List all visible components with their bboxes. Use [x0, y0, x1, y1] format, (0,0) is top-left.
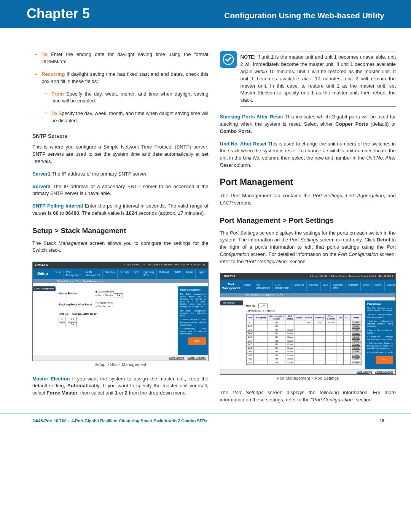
mock2-cancel-button[interactable]: Cancel Changes: [375, 371, 393, 373]
detail-button[interactable]: Detail: [352, 324, 360, 328]
mock2-unitno-select[interactable]: 1 ▾: [258, 304, 268, 308]
mock2-leftnav-item[interactable]: Port Settings: [220, 300, 243, 305]
term-to: To: [41, 51, 47, 57]
heading-sntp-servers: SNTP Servers: [32, 132, 209, 140]
mock2-unitno-label: Unit No.: [246, 304, 256, 307]
pm-intro: The Port Management tab contains the Por…: [220, 192, 396, 207]
mock2-help-title: Port Settings: [367, 303, 393, 305]
mock1-help-title: Stack Management: [180, 289, 206, 291]
mock1-r2-u: 2: [59, 322, 65, 327]
stack-intro: The Stack Management screen allows you t…: [32, 240, 209, 254]
mock2-tab-admin[interactable]: Admin: [373, 282, 385, 291]
italic-link-agg: Link Aggregation: [346, 193, 384, 198]
mock2-tab-security[interactable]: Security: [307, 282, 320, 291]
mock2-tab-stp[interactable]: Spanning Tree: [331, 282, 346, 291]
mock2-tab-port[interactable]: Port Management: [253, 282, 272, 291]
table-row: 2e1Up100FullMDIDisableDetail: [246, 321, 362, 324]
mock1-tab-qos[interactable]: QoS: [131, 269, 141, 278]
detail-button[interactable]: Detail: [352, 321, 360, 324]
mock1-opt-force[interactable]: ○ Force Master 1 ▾: [95, 294, 123, 297]
mock2-pager[interactable]: <<Previous 1 2 3 Next>>: [246, 310, 362, 313]
mock1-opt-auto[interactable]: ◉ Automatically: [95, 290, 123, 293]
mock1-force-select[interactable]: 1 ▾: [114, 293, 123, 297]
figure2-caption: Port Management > Port Settings: [220, 375, 396, 382]
mock2-th-type: Type: [336, 315, 343, 321]
table-row: 2e10UpDownDetail: [246, 353, 362, 357]
mock2-th-admin: Administrative Status: [268, 315, 285, 321]
mock2-save-button[interactable]: Save Settings: [357, 371, 372, 373]
mock2-th-link: Link Status: [285, 315, 295, 321]
italic-unitno: Unit No.: [243, 155, 261, 161]
detail-button[interactable]: Detail: [352, 335, 360, 339]
mock1-tab-snmp[interactable]: SNMP: [171, 269, 183, 278]
mock2-body: Port Settings Unit No.1 ▾ <<Previous 1 2…: [220, 300, 396, 369]
mock2-topbar: LINKSYS 24-port 10/100 + 4-Port Gigabit …: [220, 273, 396, 280]
term-recurring: Recurring: [41, 71, 65, 77]
mock1-tab-logout[interactable]: Logout: [196, 269, 208, 278]
mock2-tab-vlan[interactable]: VLAN Management: [272, 282, 292, 291]
detail-button[interactable]: Detail: [352, 347, 360, 350]
bullet-to: To Enter the ending date for daylight sa…: [38, 51, 209, 66]
detail-button[interactable]: Detail: [352, 343, 360, 346]
detail-button[interactable]: Detail: [352, 357, 360, 360]
mock1-save-button[interactable]: Save Settings: [169, 356, 185, 359]
term-server2: Server2: [32, 184, 51, 189]
table-row: 2e4UpDownDetail: [246, 332, 362, 335]
term-stacking-ports: Stacking Ports After Reset: [220, 114, 283, 120]
note-text: NOTE: If unit 1 is the master unit and u…: [241, 51, 396, 107]
term-to2: To: [51, 110, 57, 116]
mock1-tab-vlan[interactable]: VLAN Management: [83, 269, 103, 278]
bold-copper-ports: Copper Ports: [335, 121, 368, 127]
detail-button[interactable]: Detail: [352, 354, 360, 357]
mock1-tab-stats[interactable]: Statistics: [103, 269, 118, 278]
mock2-model: 24-port 10/100 + 4-Port Gigabit Stackabl…: [310, 275, 393, 278]
detail-button[interactable]: Detail: [352, 328, 360, 331]
mock1-cancel-button[interactable]: Cancel Changes: [187, 356, 206, 359]
poll-min: 60: [53, 210, 58, 216]
mock1-th-unit: Unit No.: [59, 313, 70, 316]
mock1-main: Master Election ◉ Automatically ○ Force …: [56, 286, 178, 355]
mock2-tab-multicast[interactable]: Multicast: [346, 282, 361, 291]
mock1-th-unitafter: Unit No. After Reset: [72, 313, 97, 316]
mock2-th-desc: Description: [253, 315, 268, 321]
mock2-tab-setup[interactable]: Setup: [242, 282, 253, 291]
mock1-opt-combo[interactable]: ○ Combo ports: [95, 305, 113, 308]
heading-stack-mgmt: Setup > Stack Management: [32, 225, 209, 236]
mock1-leftnav-item[interactable]: Stack Management: [33, 286, 56, 291]
heading-port-management: Port Management: [220, 176, 396, 189]
mock2-tab-stats[interactable]: Statistics: [292, 282, 307, 291]
detail-button[interactable]: Detail: [352, 339, 360, 342]
table-row: 2e5UpDownDetail: [246, 335, 362, 339]
italic-ps2: Port Settings: [290, 237, 318, 243]
mock2-tabs: Setup Port Management VLAN Management St…: [242, 282, 396, 291]
mock2-section-label: Port Management: [220, 280, 242, 293]
mock2-tab-qos[interactable]: QoS: [321, 282, 331, 291]
mock1-leftnav: Stack Management: [33, 286, 56, 355]
mock2-footer: Save Settings Cancel Changes: [220, 369, 396, 375]
mock1-tab-stp[interactable]: Spanning Tree: [141, 269, 156, 278]
term-unit-no: Unit No. After Reset: [220, 141, 267, 147]
detail-button[interactable]: Detail: [352, 332, 360, 335]
mock1-r1-a[interactable]: 1 ▾: [68, 317, 77, 321]
bold-force-master: Force Master: [47, 390, 78, 396]
term-server1: Server1: [32, 171, 51, 177]
detail-button[interactable]: Detail: [352, 361, 360, 364]
mock1-tab-security[interactable]: Security: [118, 269, 131, 278]
italic-ps1: Port Settings: [230, 230, 258, 236]
bold-combo-ports: Combo Ports: [220, 128, 251, 134]
server2-line: Server2 The IP address of a secondary SN…: [32, 183, 209, 198]
mock1-r2-a[interactable]: 2 ▾: [68, 322, 77, 327]
mock2-tab-logout[interactable]: Logout: [385, 282, 396, 291]
mock1-tab-setup[interactable]: Setup: [53, 269, 64, 278]
mock1-opt-copper[interactable]: ○ Copper ports: [95, 301, 113, 304]
mock1-tab-admin[interactable]: Admin: [183, 269, 195, 278]
mock1-tab-multicast[interactable]: Multicast: [157, 269, 172, 278]
table-row: 2e7UpDownDetail: [246, 343, 362, 347]
italic-pc2: Port Configuration: [338, 251, 378, 257]
server1-line: Server1 The IP address of the primary SN…: [32, 171, 209, 178]
mock2-tab-snmp[interactable]: SNMP: [361, 282, 373, 291]
mock-stack-mgmt: LINKSYS 24-port 10/100 + 4-Port Gigabit …: [32, 262, 209, 361]
detail-button[interactable]: Detail: [352, 350, 360, 353]
mock2-th-lag: LAG: [344, 315, 351, 321]
mock1-tab-port[interactable]: Port Management: [64, 269, 83, 278]
